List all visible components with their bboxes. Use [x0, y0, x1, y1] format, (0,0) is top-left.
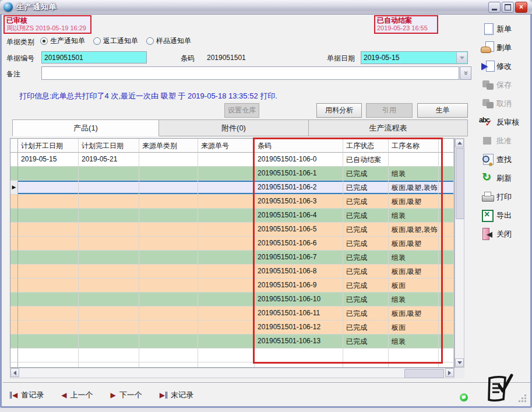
table-row[interactable]: 2019051501-106-8已完成板面,吸塑: [10, 265, 454, 279]
maximize-button[interactable]: [502, 2, 514, 13]
row-indicator: [10, 334, 18, 348]
row-indicator: [10, 223, 18, 237]
scroll-up-icon[interactable]: [455, 139, 464, 147]
column-header[interactable]: 工序名称: [389, 139, 439, 153]
sidebar-button-unapprove[interactable]: 反审核: [481, 115, 532, 130]
cell: 板面: [389, 321, 439, 334]
column-header[interactable]: 来源单号: [198, 139, 255, 153]
tab-1[interactable]: 产品(1): [12, 119, 159, 136]
cell: [139, 362, 198, 368]
table-row[interactable]: 2019051501-106-4已完成组装: [10, 209, 454, 223]
cell: [198, 348, 255, 362]
tab-3[interactable]: 生产流程表: [309, 119, 468, 136]
scroll-right-icon[interactable]: [445, 368, 454, 377]
cell: 组装: [389, 251, 439, 265]
new-doc-icon: [481, 22, 496, 36]
cell: [198, 321, 255, 334]
print-info: 打印信息:此单总共打印了4 次,最近一次由 吸塑 于 2019-05-18 13…: [19, 91, 277, 101]
sidebar-button-refresh[interactable]: 刷新: [481, 171, 532, 186]
sidebar-button-export[interactable]: 导出: [481, 208, 532, 223]
cell: [139, 293, 198, 307]
recnav-prev-button[interactable]: ◀上一个: [61, 390, 93, 400]
cell: 板面,吸塑: [389, 195, 439, 209]
scroll-left-icon[interactable]: [10, 368, 19, 377]
sidebar-button-new[interactable]: 新单: [481, 22, 532, 37]
maximize-icon: [505, 4, 511, 10]
horizontal-scroll-thumb[interactable]: [404, 369, 444, 378]
column-header[interactable]: 条码: [255, 139, 343, 153]
data-grid[interactable]: 计划开工日期计划完工日期来源单类别来源单号条码工序状态工序名称2019-05-1…: [10, 138, 455, 368]
scroll-down-icon[interactable]: [455, 358, 464, 367]
cell: [139, 251, 198, 265]
table-row[interactable]: 2019051501-106-12已完成板面: [10, 321, 454, 334]
chevron-down-icon[interactable]: [456, 52, 467, 63]
row-indicator: [10, 195, 18, 209]
remark-expand-button[interactable]: «: [460, 66, 471, 80]
cell: [18, 237, 79, 251]
radio-label: 样品通知单: [156, 36, 191, 46]
column-header[interactable]: 工序状态: [343, 139, 389, 153]
cell: 2019-05-21: [79, 153, 139, 167]
cell: 板面,吸塑,装饰: [389, 223, 439, 237]
recnav-last-button[interactable]: ▶末记录: [160, 390, 193, 400]
action-button-2[interactable]: 用料分析: [316, 103, 362, 118]
sidebar-button-print[interactable]: 打印: [481, 189, 532, 205]
row-indicator: [10, 251, 18, 265]
sidebar-button-find[interactable]: 查找: [481, 152, 532, 167]
cell: [139, 265, 198, 279]
table-row[interactable]: ▶2019051501-106-2已完成板面,吸塑,装饰: [10, 181, 454, 195]
sidebar-button-delete[interactable]: 删单: [481, 40, 532, 55]
cell: [343, 348, 389, 362]
action-button-4[interactable]: 生单: [417, 103, 468, 118]
doc-type-radio-1[interactable]: 生产通知单: [40, 36, 85, 46]
cell: 2019051501-106-6: [255, 237, 343, 251]
column-header[interactable]: 计划开工日期: [18, 139, 79, 153]
column-header[interactable]: 来源单类别: [139, 139, 198, 153]
cell: [79, 181, 139, 195]
doc-date-combo[interactable]: 2019-05-15: [361, 51, 468, 64]
titlebar[interactable]: 生产通知单 ×: [0, 0, 532, 15]
table-row[interactable]: 2019051501-106-7已完成组装: [10, 251, 454, 265]
sidebar-button-modify[interactable]: 修改: [481, 59, 532, 74]
resize-grip[interactable]: [524, 400, 526, 402]
table-row[interactable]: 2019051501-106-1已完成组装: [10, 167, 454, 181]
vertical-scroll-thumb[interactable]: [456, 148, 464, 219]
table-row[interactable]: 2019051501-106-5已完成板面,吸塑,装饰: [10, 223, 454, 237]
close-button[interactable]: ×: [515, 2, 527, 13]
cell: [18, 251, 79, 265]
cell: [79, 293, 139, 307]
status-dot-icon: [460, 393, 468, 402]
table-row[interactable]: 2019051501-106-9已完成板面: [10, 279, 454, 293]
table-row[interactable]: 2019051501-106-6已完成板面,吸塑: [10, 237, 454, 251]
doc-type-radio-3[interactable]: 样品通知单: [146, 36, 191, 46]
cell-filler: [439, 209, 454, 223]
tab-2[interactable]: 附件(0): [159, 119, 309, 136]
cell: [79, 209, 139, 223]
recnav-first-button[interactable]: ◀首记录: [10, 390, 44, 400]
table-row[interactable]: 2019051501-106-11已完成板面,吸塑: [10, 307, 454, 321]
table-row[interactable]: 2019-05-152019-05-212019051501-106-0已自动结…: [10, 153, 454, 167]
table-row[interactable]: 2019051501-106-10已完成组装: [10, 293, 454, 307]
row-indicator: [10, 237, 18, 251]
cell: [389, 348, 439, 362]
column-header-filler: [439, 139, 454, 153]
vertical-scrollbar[interactable]: [455, 138, 464, 368]
doc-type-radio-2[interactable]: 返工通知单: [93, 36, 138, 46]
sidebar-button-close[interactable]: 关闭: [481, 227, 532, 242]
cell: 已完成: [343, 307, 389, 321]
doc-no-input[interactable]: [41, 51, 147, 64]
remark-input[interactable]: [41, 66, 459, 80]
table-row[interactable]: 2019051501-106-3已完成板面,吸塑: [10, 195, 454, 209]
cell: [139, 237, 198, 251]
cell: [18, 307, 79, 321]
table-row[interactable]: 2019051501-106-13已完成组装: [10, 334, 454, 348]
row-indicator: [10, 265, 18, 279]
minimize-button[interactable]: [488, 2, 501, 13]
app-icon: [3, 2, 13, 12]
horizontal-scrollbar[interactable]: [10, 368, 455, 378]
closed-status-label: 已自动结案: [377, 17, 435, 24]
print-icon: [481, 190, 496, 204]
recnav-next-button[interactable]: ▶下一个: [110, 390, 142, 400]
column-header[interactable]: 计划完工日期: [79, 139, 139, 153]
cell: 已完成: [343, 181, 389, 195]
